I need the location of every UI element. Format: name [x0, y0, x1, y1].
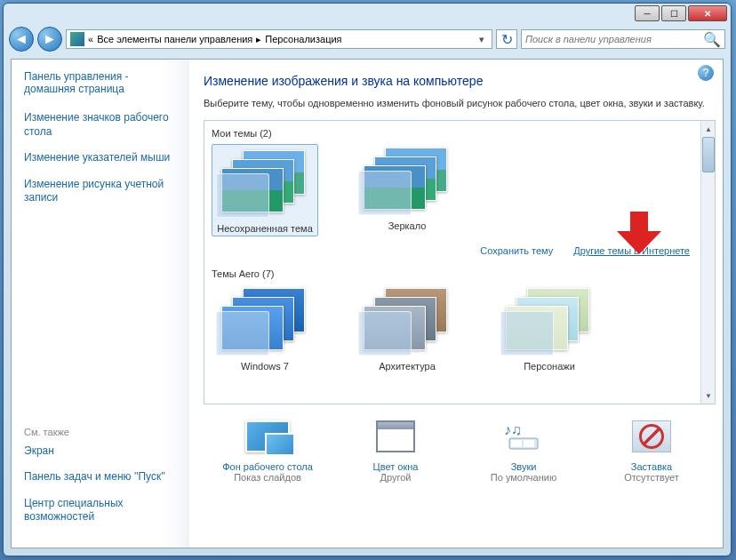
- scroll-up-icon[interactable]: ▲: [702, 122, 715, 136]
- theme-unsaved[interactable]: Несохраненная тема: [212, 144, 318, 236]
- content: Панель управления - домашняя страница Из…: [11, 59, 724, 548]
- close-button[interactable]: ✕: [688, 5, 727, 21]
- see-also-title: См. также: [24, 427, 177, 437]
- minimize-button[interactable]: ─: [635, 5, 660, 21]
- item-label: Цвет окна: [338, 461, 453, 472]
- help-icon[interactable]: ?: [698, 65, 714, 81]
- themes-scrollbar[interactable]: ▲ ▼: [700, 121, 715, 404]
- back-button[interactable]: ◄: [9, 27, 34, 52]
- my-themes-header: Мои темы (2): [212, 128, 708, 139]
- sidebar-link-desktop-icons[interactable]: Изменение значков рабочего стола: [24, 111, 177, 139]
- theme-label: Несохраненная тема: [214, 223, 316, 234]
- breadcrumb-prefix: «: [88, 34, 93, 44]
- breadcrumb-seg1[interactable]: Все элементы панели управления: [97, 34, 252, 44]
- address-bar[interactable]: « Все элементы панели управления ▸ Персо…: [66, 29, 492, 49]
- red-arrow-annotation: [612, 212, 666, 256]
- item-sublabel: По умолчанию: [466, 472, 581, 483]
- sidebar-link-display[interactable]: Экран: [24, 444, 177, 459]
- desktop-background-item[interactable]: Фон рабочего стола Показ слайдов: [210, 417, 325, 483]
- item-sublabel: Другой: [338, 472, 453, 483]
- item-label: Фон рабочего стола: [210, 461, 325, 472]
- aero-themes-row: Windows 7 Архитектура Персонажи: [212, 284, 708, 372]
- sidebar-link-taskbar[interactable]: Панель задач и меню ''Пуск'': [24, 470, 177, 484]
- search-icon[interactable]: 🔍: [703, 31, 721, 48]
- theme-characters[interactable]: Персонажи: [496, 284, 603, 372]
- screensaver-item[interactable]: Заставка Отсутствует: [594, 417, 709, 483]
- scroll-thumb[interactable]: [702, 137, 715, 172]
- theme-label: Персонажи: [496, 361, 603, 372]
- search-input[interactable]: [525, 34, 703, 44]
- search-bar[interactable]: 🔍: [521, 29, 725, 49]
- refresh-button[interactable]: ↻: [496, 29, 517, 49]
- control-panel-icon: [70, 32, 84, 46]
- sidebar-link-ease-of-access[interactable]: Центр специальных возможностей: [24, 497, 177, 524]
- desktop-background-icon: [243, 417, 292, 456]
- theme-label: Зеркало: [354, 220, 460, 231]
- breadcrumb-seg2[interactable]: Персонализация: [265, 34, 341, 44]
- address-dropdown[interactable]: ▾: [476, 34, 488, 45]
- sidebar: Панель управления - домашняя страница Из…: [12, 60, 189, 548]
- save-theme-link[interactable]: Сохранить тему: [480, 245, 553, 256]
- screensaver-icon: [627, 417, 676, 456]
- page-description: Выберите тему, чтобы одновременно измени…: [204, 97, 716, 109]
- svg-text:♪♫: ♪♫: [504, 422, 522, 437]
- themes-panel: Мои темы (2) Несохраненная тема Зеркало: [204, 120, 716, 404]
- sidebar-link-mouse-pointers[interactable]: Изменение указателей мыши: [24, 151, 177, 165]
- theme-mirror[interactable]: Зеркало: [354, 144, 460, 236]
- theme-windows7[interactable]: Windows 7: [212, 284, 318, 372]
- control-panel-home[interactable]: Панель управления - домашняя страница: [24, 70, 177, 95]
- sidebar-link-account-picture[interactable]: Изменение рисунка учетной записи: [24, 178, 177, 205]
- maximize-button[interactable]: ☐: [661, 5, 686, 21]
- bottom-row: Фон рабочего стола Показ слайдов Цвет ок…: [204, 417, 716, 483]
- theme-label: Windows 7: [212, 361, 318, 372]
- forward-button[interactable]: ►: [37, 27, 62, 52]
- svg-rect-3: [524, 440, 534, 447]
- main: ? Изменение изображения и звука на компь…: [189, 60, 723, 548]
- navbar: ◄ ► « Все элементы панели управления ▸ П…: [4, 25, 731, 53]
- page-title: Изменение изображения и звука на компьют…: [204, 74, 716, 88]
- aero-themes-header: Темы Aero (7): [212, 268, 708, 279]
- item-label: Заставка: [594, 461, 709, 472]
- theme-architecture[interactable]: Архитектура: [354, 284, 460, 372]
- scroll-down-icon[interactable]: ▼: [702, 388, 715, 403]
- window-color-item[interactable]: Цвет окна Другой: [338, 417, 453, 483]
- svg-rect-2: [511, 440, 522, 447]
- window: ─ ☐ ✕ ◄ ► « Все элементы панели управлен…: [3, 3, 732, 556]
- item-sublabel: Показ слайдов: [210, 472, 325, 483]
- item-sublabel: Отсутствует: [594, 472, 709, 483]
- window-color-icon: [371, 417, 420, 456]
- item-label: Звуки: [466, 461, 581, 472]
- breadcrumb-sep: ▸: [256, 34, 261, 45]
- theme-label: Архитектура: [354, 361, 460, 372]
- sounds-icon: ♪♫: [499, 417, 548, 456]
- titlebar: ─ ☐ ✕: [4, 4, 731, 25]
- sounds-item[interactable]: ♪♫ Звуки По умолчанию: [466, 417, 581, 483]
